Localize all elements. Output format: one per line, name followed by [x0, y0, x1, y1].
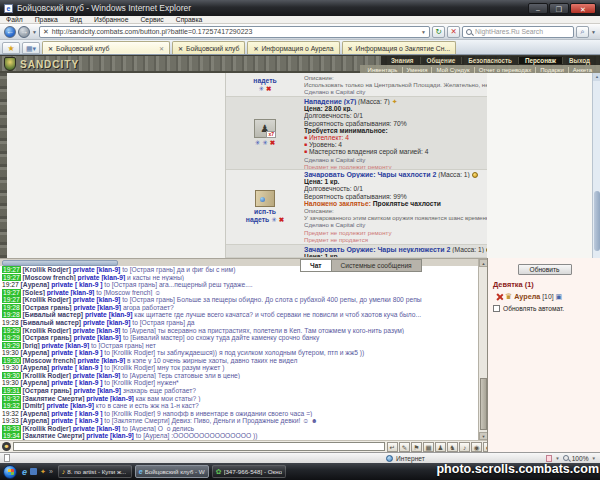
- chat-nickname[interactable]: [brig]: [23, 342, 40, 349]
- game-nav-link[interactable]: Персонаж: [519, 57, 563, 64]
- app2-quicklaunch-icon[interactable]: ✦: [40, 468, 46, 476]
- chat-scrollbar[interactable]: ▲ ▼: [478, 259, 487, 440]
- scroll-thumb[interactable]: [594, 191, 600, 251]
- taskbar-button-winamp[interactable]: ♪ 8. no artist - Купи ж...: [58, 465, 132, 478]
- quick-tabs-icon[interactable]: ▦▾: [22, 42, 40, 54]
- transfer-icon[interactable]: ✳: [255, 139, 260, 147]
- game-subnav-link[interactable]: Мой Сундук: [432, 67, 474, 73]
- chat-nickname[interactable]: [Аурела]: [21, 364, 50, 371]
- chat-nickname[interactable]: [Soles]: [23, 289, 45, 296]
- discard-icon[interactable]: ✖: [270, 139, 275, 147]
- quicklaunch-overflow-icon[interactable]: »: [49, 468, 53, 475]
- filter-icon[interactable]: ⚑: [411, 442, 422, 452]
- chat-nickname[interactable]: [Аурела]: [21, 349, 50, 356]
- chat-nickname[interactable]: [Острая грань]: [23, 387, 72, 394]
- page-scrollbar[interactable]: ▲ ▼: [592, 73, 600, 266]
- game-subnav-link[interactable]: Отчет о переводах: [475, 67, 537, 73]
- menu-item[interactable]: Файл: [6, 16, 23, 23]
- zoom-magnifier-icon[interactable]: [563, 455, 569, 461]
- app-quicklaunch-icon[interactable]: [30, 468, 37, 475]
- tab-system-messages[interactable]: Системные сообщения: [332, 259, 422, 272]
- menu-item[interactable]: Справка: [176, 16, 203, 23]
- person-icon[interactable]: ♟: [435, 442, 446, 452]
- forward-button[interactable]: →: [18, 26, 30, 38]
- chat-nickname[interactable]: [Аурела]: [21, 281, 50, 288]
- item-title[interactable]: Нападение (х7): [304, 98, 356, 105]
- send-icon[interactable]: ↵: [387, 442, 398, 452]
- game-nav-link[interactable]: Безопасность: [462, 57, 519, 64]
- refresh-room-button[interactable]: Обновить: [518, 264, 572, 275]
- transfer-icon[interactable]: ✳: [271, 216, 276, 224]
- back-button[interactable]: ←: [4, 26, 16, 38]
- stop-button[interactable]: ✕: [447, 26, 460, 38]
- chat-nickname[interactable]: [Заклятие Смерти]: [23, 432, 85, 439]
- chat-nickname[interactable]: [Острая грань]: [23, 304, 72, 311]
- game-nav-link[interactable]: Выход: [563, 57, 596, 64]
- draw-icon[interactable]: ✎: [399, 442, 410, 452]
- game-subnav-link[interactable]: Умения: [403, 67, 433, 73]
- chat-nickname[interactable]: [Бивалый мастер]: [23, 311, 83, 318]
- chat-nickname[interactable]: [Аурела]: [21, 379, 50, 386]
- target-icon[interactable]: ◉: [471, 442, 482, 452]
- ie-quicklaunch-icon[interactable]: e: [22, 467, 27, 477]
- refresh-button[interactable]: ↻: [432, 26, 445, 38]
- chat-nickname[interactable]: [Заклятие Смерти]: [23, 395, 85, 402]
- search-input[interactable]: NightHares.Ru Search: [462, 26, 574, 38]
- tab-fight-club-2[interactable]: ✕ Бойцовский клуб: [172, 41, 245, 54]
- chat-nickname[interactable]: [Острая грань]: [23, 334, 72, 341]
- chat-message-input[interactable]: [13, 442, 385, 451]
- autorefresh-checkbox[interactable]: [493, 305, 500, 312]
- save-icon[interactable]: ▦: [423, 442, 434, 452]
- item-title[interactable]: Зачаровать Оружие: Чары чахлости 2: [304, 171, 436, 178]
- transfer-icon[interactable]: ✳: [259, 85, 264, 93]
- scroll-up-icon[interactable]: ▲: [593, 73, 600, 81]
- address-input[interactable]: ✕ http://sandcity.combats.com/button.pl?…: [39, 26, 430, 38]
- chat-nickname[interactable]: [Аурела]: [21, 410, 50, 417]
- search-go-button[interactable]: ⌕: [576, 26, 589, 38]
- sell-icon[interactable]: ✳: [262, 139, 267, 147]
- discard-icon[interactable]: ✖: [266, 85, 271, 93]
- game-nav-link[interactable]: Общение: [421, 57, 463, 64]
- chat-nickname[interactable]: [Krollik Rodjer]: [23, 372, 71, 379]
- history-dropdown-icon[interactable]: ▼: [32, 29, 37, 35]
- maximize-button[interactable]: ❒: [549, 3, 569, 14]
- chat-nickname[interactable]: [Krollik Rodjer]: [23, 266, 71, 273]
- chat-nickname[interactable]: [Krollik Rodjer]: [23, 327, 71, 334]
- page-dropdown-icon[interactable]: ▼: [555, 456, 559, 461]
- chat-nickname[interactable]: [Moscow french]: [23, 274, 76, 281]
- close-button[interactable]: ✕: [570, 3, 596, 14]
- game-nav-link[interactable]: Знания: [385, 57, 421, 64]
- chat-nickname[interactable]: [Krollik Rodjer]: [23, 425, 71, 432]
- start-button[interactable]: [3, 465, 17, 479]
- music-icon[interactable]: ♪: [459, 442, 470, 452]
- menu-item[interactable]: Сервис: [140, 16, 163, 23]
- taskbar-button-icq[interactable]: ✿ [347-966-548] - Окно...: [212, 465, 286, 478]
- taskbar-button-ie-active[interactable]: e Бойцовский клуб - Wi...: [135, 465, 209, 478]
- menu-item[interactable]: Правка: [35, 16, 58, 23]
- address-dropdown-icon[interactable]: ▼: [421, 29, 426, 35]
- tab-close-icon[interactable]: ✕: [159, 45, 164, 52]
- item-title[interactable]: Зачаровать Оружие: Чары неуклюжести 2: [304, 246, 450, 253]
- menu-item[interactable]: Вид: [70, 16, 82, 23]
- scroll-thumb[interactable]: [480, 378, 487, 430]
- zoom-dropdown-icon[interactable]: ▼: [592, 456, 596, 461]
- wear-link[interactable]: надеть: [253, 77, 276, 84]
- use-link[interactable]: исп-ть: [254, 208, 276, 215]
- fight-icon[interactable]: ♞: [447, 442, 458, 452]
- game-subnav-link[interactable]: Подарки: [536, 67, 569, 73]
- chat-nickname[interactable]: [Dmitr]: [23, 402, 45, 409]
- attack-swords-icon[interactable]: [495, 293, 503, 301]
- zoom-level[interactable]: 100%: [572, 455, 589, 462]
- wear-link[interactable]: надеть: [246, 216, 269, 224]
- game-subnav-link[interactable]: Анкета: [569, 67, 596, 73]
- player-name[interactable]: Аурела: [514, 292, 540, 301]
- tab-info-aurela[interactable]: ✕ Информация о Аурела: [247, 41, 339, 54]
- favorites-star-icon[interactable]: ★: [2, 42, 20, 54]
- tab-fight-club-active[interactable]: ✕ Бойцовский клуб ✕: [42, 41, 170, 54]
- player-info-icon[interactable]: ▣: [556, 293, 563, 301]
- chat-nickname[interactable]: [Бивалый мастер]: [21, 319, 81, 326]
- minimize-button[interactable]: –: [528, 3, 548, 14]
- game-subnav-link[interactable]: Инвентарь: [364, 67, 403, 73]
- search-dropdown-icon[interactable]: ▼: [591, 29, 596, 35]
- chat-nickname[interactable]: [Moscow french]: [23, 357, 76, 364]
